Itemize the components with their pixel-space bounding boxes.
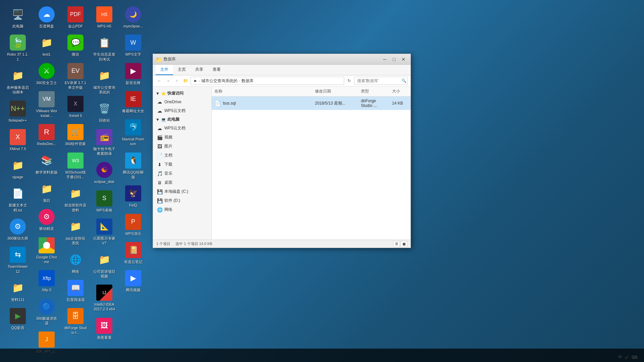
desktop-icon-yitu[interactable]: 📐 亿图图示专家 V7 [92, 217, 117, 247]
desktop-icon-myeclipse[interactable]: 🌙 myeclipse... [120, 5, 146, 30]
close-button[interactable]: ✕ [399, 56, 408, 63]
desktop-icon-360manager[interactable]: 🛒 360软件管家 [63, 123, 88, 147]
desktop-icon-google-chrome[interactable]: Google Chrome [34, 236, 59, 266]
folder-icon-btn[interactable]: 📁 [182, 77, 189, 84]
view-toggles: ☰ ▦ [393, 241, 407, 247]
desktop-icon-vjpage[interactable]: 📁 vjpage [5, 156, 31, 181]
desktop-icon-wps-h5[interactable]: H5 WPS H5 [92, 5, 117, 30]
sidebar-item-image[interactable]: 🖼 图片 [153, 142, 211, 151]
tab-view[interactable]: 查看 [208, 65, 225, 75]
sidebar-section-this-pc[interactable]: ▼ 💻 此电脑 [153, 115, 211, 124]
col-header-size[interactable]: 大小 [389, 88, 411, 95]
desktop-icon-w3school[interactable]: W3 W3School线手册(201... [63, 151, 88, 181]
col-header-type[interactable]: 类型 [358, 88, 389, 95]
desktop-icon-company-intro[interactable]: 📁 公司宣讲项目视频 [92, 250, 117, 280]
search-input[interactable] [354, 77, 408, 85]
sidebar-item-wps-cloud2[interactable]: ☁ WPS云文档 [153, 124, 211, 133]
sidebar-item-software-d[interactable]: 💾 软件 (D:) [153, 196, 211, 205]
sidebar-item-network[interactable]: 🌐 网络 [153, 205, 211, 214]
desktop-icon-xshell5[interactable]: X Xshell 5 [63, 95, 88, 119]
desktop-icon-youdao[interactable]: 📔 有道云笔记 [120, 241, 146, 265]
tab-share[interactable]: 共享 [191, 65, 208, 75]
maximize-button[interactable]: □ [390, 56, 398, 63]
eclipse-disk-icon: ☯ [96, 162, 112, 178]
desktop-icon-recycle[interactable]: 🗑️ 回收站 [92, 99, 117, 124]
desktop-icon-xftp5[interactable]: Xftp Xftp 5 [34, 269, 59, 294]
360speed-icon: 🔵 [39, 299, 55, 315]
sidebar-item-desktop[interactable]: 🖥 桌面 [153, 178, 211, 187]
desktop-icon-tencent-qq[interactable]: 🐧 腾讯QQ轻聊版 [120, 151, 146, 181]
desktop-icon-city-bus[interactable]: 📁 城市公交查询系统的 [92, 66, 117, 96]
table-row[interactable]: 📄 bus.sql 2018/5/13 星期... dbForge Studio… [212, 97, 411, 110]
desktop-icon-robo3t[interactable]: 🍃 Robo 3T 1.1.1 [5, 33, 31, 63]
col-header-date[interactable]: 修改日期 [312, 88, 358, 95]
test1-label: test1 [43, 52, 51, 57]
desktop-icon-test1[interactable]: 📁 test1 [34, 33, 59, 58]
desktop-icon-jsp-quick[interactable]: 📁 jsp企业快信系统 [63, 217, 88, 247]
desktop-icon-qqmusic[interactable]: ▶ QQ影音 [5, 307, 31, 331]
up-button[interactable]: ↑ [173, 77, 180, 84]
breadcrumb[interactable]: ► › 城市公交查询系统的 › 数据库 [191, 77, 344, 85]
desktop-icon-xiangmu[interactable]: 📁 项目 [34, 179, 59, 204]
desktop-icon-ev-recorder[interactable]: EV EV录屏 3.7.1 单文件版 [63, 62, 88, 92]
music-icon: 🎵 [157, 171, 162, 176]
sidebar-item-music[interactable]: 🎵 音乐 [153, 169, 211, 178]
desktop-icon-duba[interactable]: IE 毒霸网址大全 [120, 90, 146, 115]
desktop-icon-wps-word[interactable]: W WPS文字 [120, 33, 146, 58]
desktop-icon-360safe[interactable]: ⚔ 360安全卫士 [34, 62, 59, 86]
desktop-icon-meitu[interactable]: 🖼 美图看看 [92, 316, 117, 341]
desktop-icon-server-mgr[interactable]: 📁 各种服务器启动脚本 [5, 66, 31, 96]
refresh-button[interactable]: ↻ [345, 77, 353, 84]
sidebar-item-onedrive[interactable]: ☁ OneDrive [153, 98, 211, 106]
detail-view-button[interactable]: ▦ [400, 241, 407, 247]
desktop-icon-weixin[interactable]: 💬 微信 [63, 33, 88, 58]
desktop-icon-resource111[interactable]: 📁 资料111 [5, 279, 31, 303]
desktop-icon-navicat[interactable]: 🐬 Navicat Premium [120, 118, 146, 148]
sidebar-item-document[interactable]: 📄 文档 [153, 151, 211, 160]
breadcrumb-part1[interactable]: 城市公交查询系统的 [201, 78, 237, 84]
desktop-icon-jinshan-pdf[interactable]: PDF 金山PDF [63, 5, 88, 30]
desktop-icon-feiqu[interactable]: 🦅 FeiQ [120, 184, 146, 209]
desktop-icon-360driver[interactable]: ⚙ 360驱动大师 [5, 217, 31, 242]
desktop-icon-kakadu[interactable]: 📻 咖卡他卡电子教案朗诵 [92, 128, 117, 158]
back-button[interactable]: ← [156, 77, 163, 84]
minimize-button[interactable]: ─ [380, 56, 389, 63]
desktop-icon-jiuye[interactable]: 📁 就业班软件及资料 [63, 184, 88, 214]
sidebar-item-video[interactable]: 🎬 视频 [153, 133, 211, 142]
desktop-icon-new-txt[interactable]: 📄 新建文本文档.txt [5, 184, 31, 214]
desktop-icon-network[interactable]: 🌐 网络 [63, 250, 88, 275]
desktop-icon-360speed[interactable]: 🔵 360极速浏览器 [34, 297, 59, 327]
desktop-icon-baiduyun[interactable]: ☁ 百度网盘 [34, 5, 59, 30]
desktop-icon-xmind[interactable]: X XMind 7.5 [5, 128, 31, 153]
desktop-icon-tencent-video[interactable]: ▶ 腾讯视频 [120, 269, 146, 294]
desktop-icon-eclipse-disk[interactable]: ☯ eclipse_disk [92, 161, 117, 185]
desktop-icon-redis-desk[interactable]: R RedisDes... [34, 123, 59, 147]
col-header-name[interactable]: 名称 [212, 88, 312, 95]
sidebar-item-wps-cloud[interactable]: ☁ WPS云文档 [153, 106, 211, 115]
sidebar-item-local-c[interactable]: 💾 本地磁盘 (C:) [153, 187, 211, 196]
desktop-icon-yingyin[interactable]: ▶ 影音先锋 [120, 62, 146, 86]
sidebar-item-download[interactable]: ⬇ 下载 [153, 160, 211, 169]
search-button[interactable]: 🔍 [401, 78, 407, 83]
sidebar-section-quick-access[interactable]: ▼ ⭐ 快速访问 [153, 89, 211, 98]
desktop-icon-wps-table[interactable]: S WPS表格 [92, 189, 117, 214]
forward-button[interactable]: → [164, 77, 172, 84]
tab-file[interactable]: 文件 [156, 65, 173, 75]
desktop-icon-notepadpp[interactable]: N++ Notepad++ [5, 99, 31, 124]
desktop-icon-qidong[interactable]: ⚙ 驱动精灵 [34, 207, 59, 232]
student-sign-label: 学生信息及签到考试 [93, 52, 116, 62]
desktop-icon-wps-presentation[interactable]: P WPS演示 [120, 213, 146, 237]
desktop-icon-baidu-reader[interactable]: 📖 百度阅读器 [63, 279, 88, 303]
breadcrumb-part2[interactable]: 数据库 [241, 78, 254, 84]
desktop-icon-dbforge[interactable]: 🗄 dbForge Studio f... [63, 307, 88, 337]
desktop-icon-vmware[interactable]: VM VMware Workstati... [34, 90, 59, 120]
desktop-icon-teamviewer[interactable]: ⇆ TeamViewer 12 [5, 245, 31, 275]
tab-home[interactable]: 主页 [173, 65, 191, 75]
desktop-icon-student-sign[interactable]: 📋 学生信息及签到考试 [92, 33, 117, 63]
jinshan-pdf-label: 金山PDF [68, 24, 83, 28]
address-bar: ← → ↑ 📁 ► › 城市公交查询系统的 › 数据库 ↻ 🔍 [153, 75, 411, 86]
list-view-button[interactable]: ☰ [393, 241, 400, 247]
desktop-icon-jiaoxue[interactable]: 📚 教学资料新版 [34, 151, 59, 176]
desktop-icon-pc[interactable]: 🖥️ 此电脑 [5, 5, 31, 30]
desktop-icon-intellij[interactable]: IJ IntelliJ IDEA 2017.2.3 x64 [92, 283, 117, 313]
